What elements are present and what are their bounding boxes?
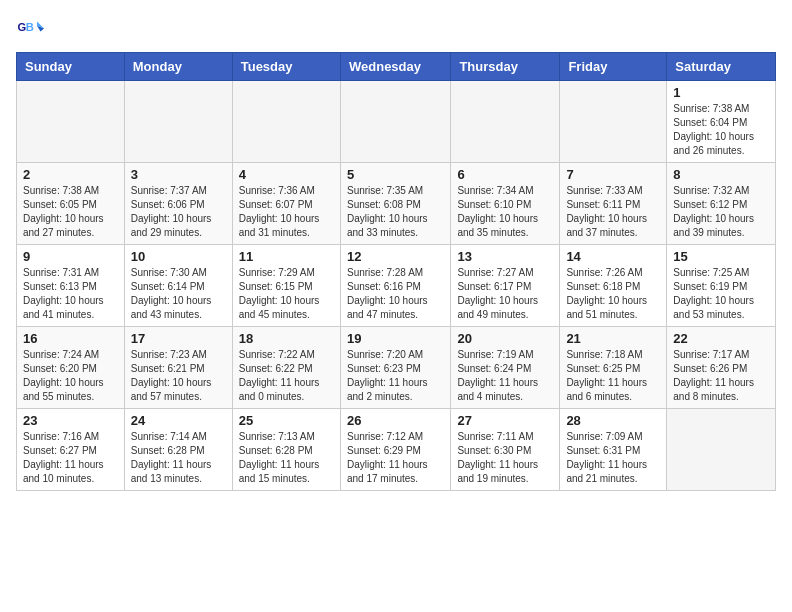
calendar-cell: 12Sunrise: 7:28 AM Sunset: 6:16 PM Dayli… [340,245,450,327]
column-header-sunday: Sunday [17,53,125,81]
day-number: 20 [457,331,553,346]
day-number: 24 [131,413,226,428]
day-number: 25 [239,413,334,428]
day-number: 7 [566,167,660,182]
day-number: 10 [131,249,226,264]
day-number: 3 [131,167,226,182]
column-header-friday: Friday [560,53,667,81]
day-detail: Sunrise: 7:26 AM Sunset: 6:18 PM Dayligh… [566,266,660,322]
calendar-cell: 9Sunrise: 7:31 AM Sunset: 6:13 PM Daylig… [17,245,125,327]
day-number: 16 [23,331,118,346]
day-detail: Sunrise: 7:33 AM Sunset: 6:11 PM Dayligh… [566,184,660,240]
calendar-cell: 26Sunrise: 7:12 AM Sunset: 6:29 PM Dayli… [340,409,450,491]
calendar-week-3: 9Sunrise: 7:31 AM Sunset: 6:13 PM Daylig… [17,245,776,327]
calendar-cell: 25Sunrise: 7:13 AM Sunset: 6:28 PM Dayli… [232,409,340,491]
day-number: 15 [673,249,769,264]
day-detail: Sunrise: 7:11 AM Sunset: 6:30 PM Dayligh… [457,430,553,486]
day-number: 14 [566,249,660,264]
day-detail: Sunrise: 7:23 AM Sunset: 6:21 PM Dayligh… [131,348,226,404]
column-header-wednesday: Wednesday [340,53,450,81]
calendar-cell: 2Sunrise: 7:38 AM Sunset: 6:05 PM Daylig… [17,163,125,245]
calendar-cell: 10Sunrise: 7:30 AM Sunset: 6:14 PM Dayli… [124,245,232,327]
day-number: 12 [347,249,444,264]
logo-icon: G B [16,16,44,44]
page-header: G B [16,16,776,44]
day-detail: Sunrise: 7:20 AM Sunset: 6:23 PM Dayligh… [347,348,444,404]
calendar-cell: 20Sunrise: 7:19 AM Sunset: 6:24 PM Dayli… [451,327,560,409]
day-number: 4 [239,167,334,182]
calendar-cell: 13Sunrise: 7:27 AM Sunset: 6:17 PM Dayli… [451,245,560,327]
day-detail: Sunrise: 7:17 AM Sunset: 6:26 PM Dayligh… [673,348,769,404]
day-detail: Sunrise: 7:35 AM Sunset: 6:08 PM Dayligh… [347,184,444,240]
calendar-table: SundayMondayTuesdayWednesdayThursdayFrid… [16,52,776,491]
calendar-week-2: 2Sunrise: 7:38 AM Sunset: 6:05 PM Daylig… [17,163,776,245]
day-detail: Sunrise: 7:31 AM Sunset: 6:13 PM Dayligh… [23,266,118,322]
calendar-cell: 27Sunrise: 7:11 AM Sunset: 6:30 PM Dayli… [451,409,560,491]
svg-text:G: G [17,21,26,33]
day-number: 18 [239,331,334,346]
day-number: 2 [23,167,118,182]
calendar-cell: 14Sunrise: 7:26 AM Sunset: 6:18 PM Dayli… [560,245,667,327]
calendar-cell [451,81,560,163]
day-number: 8 [673,167,769,182]
calendar-cell: 24Sunrise: 7:14 AM Sunset: 6:28 PM Dayli… [124,409,232,491]
day-detail: Sunrise: 7:38 AM Sunset: 6:05 PM Dayligh… [23,184,118,240]
day-number: 26 [347,413,444,428]
day-number: 11 [239,249,334,264]
day-detail: Sunrise: 7:19 AM Sunset: 6:24 PM Dayligh… [457,348,553,404]
calendar-cell: 18Sunrise: 7:22 AM Sunset: 6:22 PM Dayli… [232,327,340,409]
calendar-cell: 23Sunrise: 7:16 AM Sunset: 6:27 PM Dayli… [17,409,125,491]
day-number: 22 [673,331,769,346]
day-detail: Sunrise: 7:24 AM Sunset: 6:20 PM Dayligh… [23,348,118,404]
logo: G B [16,16,48,44]
calendar-cell: 8Sunrise: 7:32 AM Sunset: 6:12 PM Daylig… [667,163,776,245]
column-header-saturday: Saturday [667,53,776,81]
calendar-cell: 3Sunrise: 7:37 AM Sunset: 6:06 PM Daylig… [124,163,232,245]
calendar-header-row: SundayMondayTuesdayWednesdayThursdayFrid… [17,53,776,81]
calendar-cell: 17Sunrise: 7:23 AM Sunset: 6:21 PM Dayli… [124,327,232,409]
day-detail: Sunrise: 7:27 AM Sunset: 6:17 PM Dayligh… [457,266,553,322]
day-detail: Sunrise: 7:16 AM Sunset: 6:27 PM Dayligh… [23,430,118,486]
calendar-cell [232,81,340,163]
day-detail: Sunrise: 7:13 AM Sunset: 6:28 PM Dayligh… [239,430,334,486]
day-detail: Sunrise: 7:34 AM Sunset: 6:10 PM Dayligh… [457,184,553,240]
day-detail: Sunrise: 7:18 AM Sunset: 6:25 PM Dayligh… [566,348,660,404]
day-number: 17 [131,331,226,346]
calendar-cell: 6Sunrise: 7:34 AM Sunset: 6:10 PM Daylig… [451,163,560,245]
column-header-monday: Monday [124,53,232,81]
calendar-cell [17,81,125,163]
calendar-cell: 11Sunrise: 7:29 AM Sunset: 6:15 PM Dayli… [232,245,340,327]
calendar-cell: 4Sunrise: 7:36 AM Sunset: 6:07 PM Daylig… [232,163,340,245]
day-detail: Sunrise: 7:25 AM Sunset: 6:19 PM Dayligh… [673,266,769,322]
column-header-tuesday: Tuesday [232,53,340,81]
day-detail: Sunrise: 7:09 AM Sunset: 6:31 PM Dayligh… [566,430,660,486]
day-number: 28 [566,413,660,428]
day-detail: Sunrise: 7:28 AM Sunset: 6:16 PM Dayligh… [347,266,444,322]
day-number: 21 [566,331,660,346]
day-detail: Sunrise: 7:12 AM Sunset: 6:29 PM Dayligh… [347,430,444,486]
day-number: 6 [457,167,553,182]
calendar-cell: 15Sunrise: 7:25 AM Sunset: 6:19 PM Dayli… [667,245,776,327]
day-number: 9 [23,249,118,264]
column-header-thursday: Thursday [451,53,560,81]
calendar-cell [560,81,667,163]
calendar-cell: 19Sunrise: 7:20 AM Sunset: 6:23 PM Dayli… [340,327,450,409]
calendar-cell: 1Sunrise: 7:38 AM Sunset: 6:04 PM Daylig… [667,81,776,163]
calendar-cell: 21Sunrise: 7:18 AM Sunset: 6:25 PM Dayli… [560,327,667,409]
day-number: 5 [347,167,444,182]
day-detail: Sunrise: 7:29 AM Sunset: 6:15 PM Dayligh… [239,266,334,322]
day-detail: Sunrise: 7:37 AM Sunset: 6:06 PM Dayligh… [131,184,226,240]
calendar-cell: 7Sunrise: 7:33 AM Sunset: 6:11 PM Daylig… [560,163,667,245]
day-number: 27 [457,413,553,428]
day-number: 19 [347,331,444,346]
calendar-cell [124,81,232,163]
calendar-cell: 5Sunrise: 7:35 AM Sunset: 6:08 PM Daylig… [340,163,450,245]
day-detail: Sunrise: 7:30 AM Sunset: 6:14 PM Dayligh… [131,266,226,322]
calendar-cell: 28Sunrise: 7:09 AM Sunset: 6:31 PM Dayli… [560,409,667,491]
day-detail: Sunrise: 7:38 AM Sunset: 6:04 PM Dayligh… [673,102,769,158]
day-detail: Sunrise: 7:14 AM Sunset: 6:28 PM Dayligh… [131,430,226,486]
calendar-cell: 22Sunrise: 7:17 AM Sunset: 6:26 PM Dayli… [667,327,776,409]
calendar-week-1: 1Sunrise: 7:38 AM Sunset: 6:04 PM Daylig… [17,81,776,163]
svg-text:B: B [26,21,34,33]
calendar-cell: 16Sunrise: 7:24 AM Sunset: 6:20 PM Dayli… [17,327,125,409]
